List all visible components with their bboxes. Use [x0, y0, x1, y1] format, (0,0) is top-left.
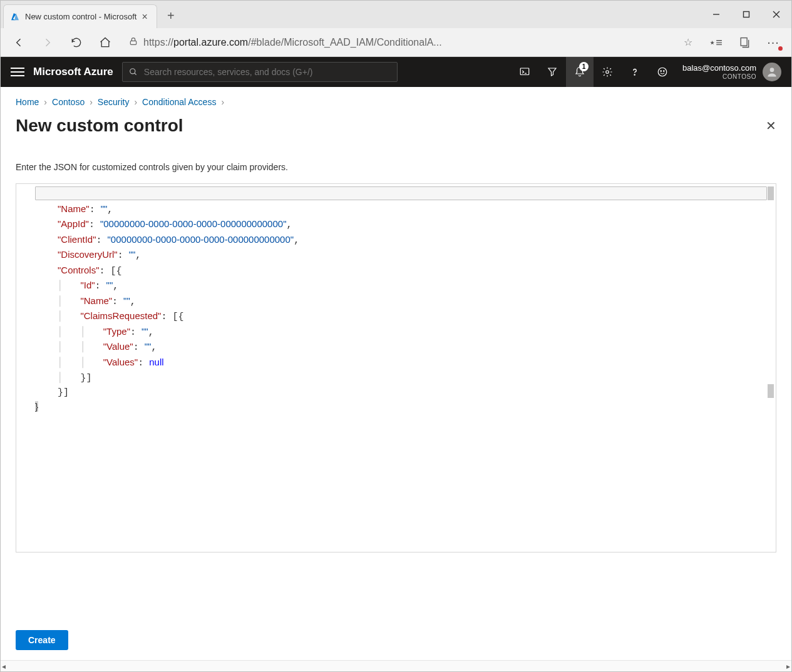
search-icon [129, 68, 138, 76]
svg-rect-7 [741, 38, 747, 46]
address-bar[interactable]: https://portal.azure.com/#blade/Microsof… [122, 36, 699, 49]
nav-back-button[interactable] [7, 31, 31, 54]
nav-forward-button[interactable] [36, 31, 59, 54]
create-button[interactable]: Create [16, 630, 68, 650]
browser-window: New custom control - Microsoft × + https… [0, 0, 792, 672]
notifications-icon[interactable]: 1 [566, 57, 594, 87]
nav-refresh-button[interactable] [64, 31, 88, 54]
global-search[interactable] [122, 62, 398, 82]
blade-close-button[interactable]: ✕ [766, 118, 776, 133]
new-tab-button[interactable]: + [161, 6, 181, 26]
window-close-button[interactable] [761, 1, 791, 28]
breadcrumb-security[interactable]: Security [98, 97, 130, 107]
account-control[interactable]: balas@contoso.com CONTOSO [676, 63, 781, 81]
azure-favicon-icon [10, 12, 20, 22]
svg-rect-6 [130, 41, 136, 44]
svg-line-9 [135, 73, 136, 75]
svg-point-14 [658, 68, 667, 76]
scroll-right-icon[interactable]: ▸ [786, 662, 790, 671]
help-icon[interactable] [621, 57, 649, 87]
window-controls [701, 1, 791, 28]
svg-point-17 [770, 68, 774, 72]
avatar-icon [763, 63, 781, 81]
url-text: https://portal.azure.com/#blade/Microsof… [143, 37, 442, 48]
svg-rect-3 [744, 12, 749, 18]
window-maximize-button[interactable] [731, 1, 761, 28]
svg-point-15 [661, 71, 662, 72]
portal-header-icons: 1 balas@contoso.com CONTOSO [511, 57, 781, 87]
page-title: New custom control [16, 116, 183, 136]
svg-point-12 [606, 71, 609, 74]
account-tenant: CONTOSO [723, 73, 756, 80]
feedback-icon[interactable] [649, 57, 676, 87]
nav-home-button[interactable] [93, 31, 117, 54]
browser-tab-title: New custom control - Microsoft [25, 12, 136, 21]
collections-icon[interactable] [733, 31, 756, 54]
svg-rect-10 [520, 68, 529, 75]
portal-brand[interactable]: Microsoft Azure [33, 66, 113, 78]
blade-footer: Create [16, 619, 776, 660]
scroll-left-icon[interactable]: ◂ [2, 662, 6, 671]
breadcrumb-home[interactable]: Home [16, 97, 39, 107]
window-minimize-button[interactable] [701, 1, 731, 28]
svg-point-16 [664, 71, 665, 72]
horizontal-scrollbar[interactable]: ◂ ▸ [1, 660, 791, 671]
settings-icon[interactable] [594, 57, 621, 87]
lock-icon [128, 36, 138, 49]
instruction-text: Enter the JSON for customized controls g… [16, 162, 776, 172]
star-outline-icon[interactable]: ☆ [684, 36, 692, 48]
tab-close-icon[interactable]: × [141, 11, 147, 23]
svg-point-13 [634, 74, 635, 75]
account-email: balas@contoso.com [682, 64, 756, 73]
blade-content: Home› Contoso› Security› Conditional Acc… [1, 87, 791, 660]
browser-tabstrip: New custom control - Microsoft × + [1, 1, 181, 28]
browser-titlebar: New custom control - Microsoft × + [1, 1, 791, 28]
directory-filter-icon[interactable] [538, 57, 566, 87]
breadcrumb-contoso[interactable]: Contoso [52, 97, 85, 107]
svg-point-8 [130, 69, 135, 74]
notification-badge: 1 [579, 62, 589, 71]
browser-more-button[interactable]: ··· [761, 31, 785, 54]
portal-menu-button[interactable] [11, 68, 24, 76]
cloud-shell-icon[interactable] [511, 57, 538, 87]
json-editor[interactable]: { "Name": "", "AppId": "00000000-0000-00… [16, 183, 776, 552]
browser-tab[interactable]: New custom control - Microsoft × [3, 4, 157, 28]
global-search-input[interactable] [143, 66, 391, 78]
azure-top-bar: Microsoft Azure 1 balas@contoso.com CONT… [1, 57, 791, 87]
breadcrumb-conditional-access[interactable]: Conditional Access [142, 97, 216, 107]
breadcrumb: Home› Contoso› Security› Conditional Acc… [16, 97, 776, 107]
browser-toolbar: https://portal.azure.com/#blade/Microsof… [1, 28, 791, 57]
json-editor-textarea[interactable]: { "Name": "", "AppId": "00000000-0000-00… [16, 184, 776, 552]
favorites-icon[interactable]: ⋆≡ [704, 31, 728, 54]
